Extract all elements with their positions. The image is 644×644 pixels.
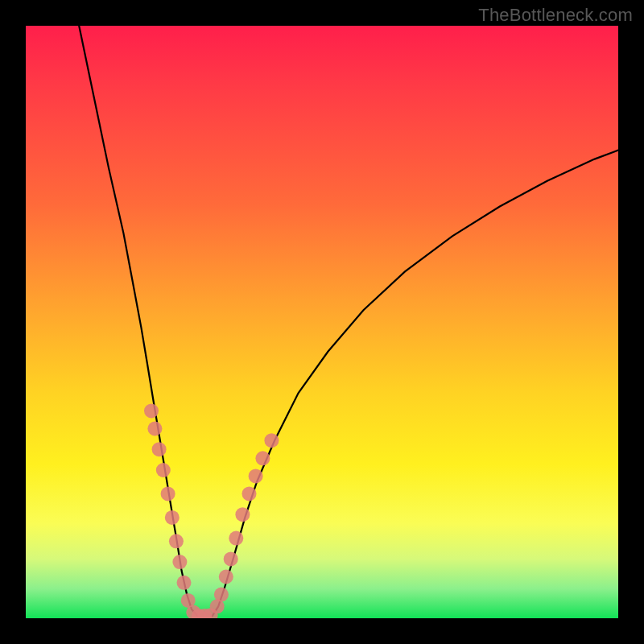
data-dot: [152, 442, 167, 456]
chart-frame: TheBottleneck.com: [0, 0, 644, 644]
data-dot: [255, 451, 270, 465]
data-dot: [242, 486, 257, 501]
data-dot: [235, 507, 250, 522]
data-dot: [169, 534, 184, 548]
curve-svg: [26, 26, 618, 618]
scatter-dots: [144, 403, 279, 618]
data-dot: [229, 531, 243, 546]
data-dot: [219, 570, 233, 584]
data-dot: [156, 463, 171, 477]
data-dot: [165, 510, 180, 525]
data-dot: [161, 486, 175, 501]
plot-area: [26, 26, 618, 618]
left-curve: [79, 26, 197, 616]
data-dot: [224, 551, 238, 566]
data-dot: [264, 433, 279, 448]
data-dot: [172, 555, 187, 569]
data-dot: [214, 588, 229, 602]
data-dot: [249, 469, 263, 483]
data-dot: [147, 422, 162, 436]
data-dot: [144, 403, 159, 418]
right-curve: [213, 151, 618, 617]
data-dot: [177, 576, 192, 590]
watermark-text: TheBottleneck.com: [478, 5, 633, 26]
